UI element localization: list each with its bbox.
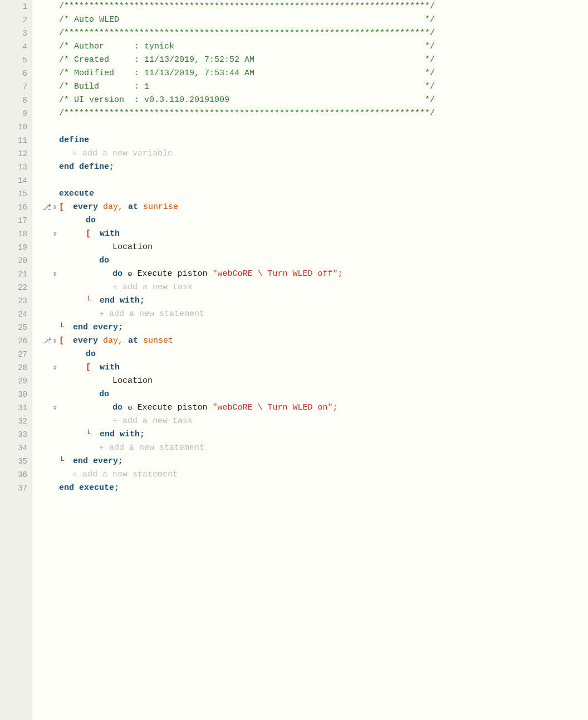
code-token: /* Created : 11/13/2019, 7:52:52 AM */ [59,53,435,67]
code-line: └end with; [39,294,588,308]
line-content: /***************************************… [59,0,588,13]
line-content: [every day, at sunrise [59,201,588,214]
indent-spacer: [ [59,227,100,241]
line-number: 21 [0,267,32,281]
left-bracket-end: └ [59,455,64,468]
code-line: do [39,388,588,401]
code-line: └end with; [39,428,588,441]
code-token: do [99,388,109,401]
code-line: + add a new statement [39,468,588,481]
line-number: 22 [0,281,32,294]
code-token: Location [112,374,153,388]
code-line: do [39,214,588,227]
code-token: every [73,334,98,348]
code-token: + add a new task [112,281,193,294]
code-token: Execute piston [132,401,212,415]
code-token: + add a new statement [72,468,178,481]
line-content: do ⊙ Execute piston "webCoRE \ Turn WLED… [59,401,588,415]
code-token: do [112,401,128,415]
line-number: 12 [0,147,32,160]
code-token: /* Modified : 11/13/2019, 7:53:44 AM */ [59,67,435,80]
line-number: 24 [0,308,32,321]
code-token: with [100,227,120,241]
code-token: end define; [59,160,114,174]
line-content: /***************************************… [59,107,588,120]
line-content: do [59,388,588,401]
indent-spacer: └ [59,321,73,334]
line-number: 10 [0,120,32,134]
line-content: + add a new task [59,415,588,428]
left-bracket-end: └ [86,294,91,308]
line-number: 17 [0,214,32,227]
line-content: [with [59,361,588,374]
code-line: do [39,254,588,267]
code-line: define [39,134,588,147]
line-content: + add a new task [59,281,588,294]
line-content: /***************************************… [59,27,588,40]
code-token: sunrise [143,201,178,214]
code-token: do [86,348,96,361]
code-line: + add a new statement [39,308,588,321]
code-token: Execute piston [132,267,212,281]
line-content: [every day, at sunset [59,334,588,348]
code-token: at [123,334,143,348]
left-bracket: [ [86,227,91,241]
line-number-gutter: 1234567891011121314151617181920212223242… [0,0,32,720]
code-line: /* Modified : 11/13/2019, 7:53:44 AM */ [39,67,588,80]
code-line: end define; [39,160,588,174]
line-number: 13 [0,160,32,174]
code-token: end with; [100,294,145,308]
line-number: 18 [0,227,32,241]
line-number: 36 [0,468,32,481]
branch-icon: ⎇ [42,334,51,348]
sort-icon[interactable]: ⇕ [52,334,57,348]
line-content: └end every; [59,321,588,334]
line-content: /* UI version : v0.3.110.20191009 */ [59,94,588,107]
code-token: + add a new statement [99,308,204,321]
sort-icon[interactable]: ⇕ [52,201,57,214]
code-token: end every; [73,321,123,334]
line-number: 9 [0,107,32,120]
code-token: sunset [143,334,173,348]
line-content: /* Author : tynick */ [59,40,588,53]
indent-spacer: └ [59,455,73,468]
code-line: ⇕do ⊙ Execute piston "webCoRE \ Turn WLE… [39,401,588,415]
code-token: Location [112,241,153,254]
line-number: 35 [0,455,32,468]
indent-spacer: [ [59,361,100,374]
line-number: 15 [0,187,32,201]
line-content: /* Auto WLED */ [59,13,588,27]
line-number: 34 [0,441,32,455]
line-number: 23 [0,294,32,308]
line-content: execute [59,187,588,201]
code-line: └end every; [39,455,588,468]
code-line: Location [39,241,588,254]
line-number: 19 [0,241,32,254]
code-line: /***************************************… [39,0,588,13]
code-line: /***************************************… [39,27,588,40]
gutter-icons: ⇕ [39,267,59,281]
line-number: 8 [0,94,32,107]
code-token: define [59,134,89,147]
code-line: /* Build : 1 */ [39,80,588,94]
code-token: end execute; [59,481,119,495]
sort-icon[interactable]: ⇕ [52,227,57,241]
sort-icon[interactable]: ⇕ [52,361,57,374]
clock-icon: ⊙ [128,401,132,415]
line-number: 37 [0,481,32,495]
sort-icon[interactable]: ⇕ [52,401,57,415]
code-line: /* Author : tynick */ [39,40,588,53]
line-number: 29 [0,374,32,388]
line-number: 25 [0,321,32,334]
line-content: do [59,254,588,267]
code-token: + add a new variable [72,147,173,160]
code-token: every [73,201,98,214]
line-number: 14 [0,174,32,187]
code-token: /***************************************… [59,0,435,13]
line-number: 26 [0,334,32,348]
code-token: + add a new task [112,415,193,428]
line-number: 4 [0,40,32,53]
code-line: ⇕[with [39,227,588,241]
sort-icon[interactable]: ⇕ [52,267,57,281]
code-line: └end every; [39,321,588,334]
